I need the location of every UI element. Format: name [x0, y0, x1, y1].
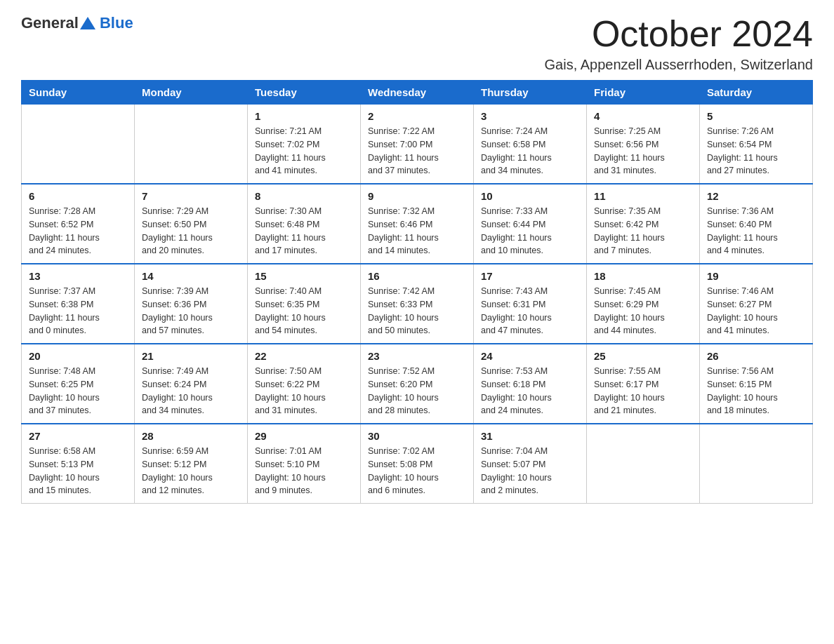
day-info: Sunrise: 7:36 AM Sunset: 6:40 PM Dayligh… — [707, 205, 805, 257]
calendar-cell: 26Sunrise: 7:56 AM Sunset: 6:15 PM Dayli… — [700, 344, 813, 424]
header-thursday: Thursday — [474, 81, 587, 105]
calendar-body: 1Sunrise: 7:21 AM Sunset: 7:02 PM Daylig… — [22, 105, 813, 504]
day-info: Sunrise: 7:48 AM Sunset: 6:25 PM Dayligh… — [29, 365, 127, 417]
header-friday: Friday — [587, 81, 700, 105]
day-number: 20 — [29, 350, 127, 362]
day-number: 15 — [255, 270, 353, 282]
calendar-cell — [22, 105, 135, 185]
calendar-cell — [700, 424, 813, 504]
day-number: 26 — [707, 350, 805, 362]
calendar-cell: 10Sunrise: 7:33 AM Sunset: 6:44 PM Dayli… — [474, 184, 587, 264]
day-info: Sunrise: 7:32 AM Sunset: 6:46 PM Dayligh… — [368, 205, 466, 257]
day-number: 14 — [142, 270, 240, 282]
day-info: Sunrise: 7:21 AM Sunset: 7:02 PM Dayligh… — [255, 125, 353, 177]
calendar-cell: 14Sunrise: 7:39 AM Sunset: 6:36 PM Dayli… — [135, 264, 248, 344]
day-number: 6 — [29, 190, 127, 202]
day-number: 23 — [368, 350, 466, 362]
day-info: Sunrise: 7:42 AM Sunset: 6:33 PM Dayligh… — [368, 285, 466, 337]
logo-blue-text: Blue — [100, 14, 133, 32]
calendar-table: SundayMondayTuesdayWednesdayThursdayFrid… — [21, 80, 813, 504]
day-info: Sunrise: 7:02 AM Sunset: 5:08 PM Dayligh… — [368, 445, 466, 497]
day-info: Sunrise: 7:33 AM Sunset: 6:44 PM Dayligh… — [481, 205, 579, 257]
header-monday: Monday — [135, 81, 248, 105]
day-number: 12 — [707, 190, 805, 202]
calendar-cell: 3Sunrise: 7:24 AM Sunset: 6:58 PM Daylig… — [474, 105, 587, 185]
day-info: Sunrise: 7:01 AM Sunset: 5:10 PM Dayligh… — [255, 445, 353, 497]
day-info: Sunrise: 7:45 AM Sunset: 6:29 PM Dayligh… — [594, 285, 692, 337]
week-row-4: 27Sunrise: 6:58 AM Sunset: 5:13 PM Dayli… — [22, 424, 813, 504]
calendar-cell: 5Sunrise: 7:26 AM Sunset: 6:54 PM Daylig… — [700, 105, 813, 185]
week-row-1: 6Sunrise: 7:28 AM Sunset: 6:52 PM Daylig… — [22, 184, 813, 264]
day-info: Sunrise: 7:28 AM Sunset: 6:52 PM Dayligh… — [29, 205, 127, 257]
day-number: 19 — [707, 270, 805, 282]
calendar-cell — [587, 424, 700, 504]
calendar-cell: 1Sunrise: 7:21 AM Sunset: 7:02 PM Daylig… — [248, 105, 361, 185]
day-number: 30 — [368, 430, 466, 442]
calendar-cell: 7Sunrise: 7:29 AM Sunset: 6:50 PM Daylig… — [135, 184, 248, 264]
day-info: Sunrise: 7:40 AM Sunset: 6:35 PM Dayligh… — [255, 285, 353, 337]
day-number: 8 — [255, 190, 353, 202]
calendar-cell: 9Sunrise: 7:32 AM Sunset: 6:46 PM Daylig… — [361, 184, 474, 264]
calendar-cell: 25Sunrise: 7:55 AM Sunset: 6:17 PM Dayli… — [587, 344, 700, 424]
calendar-cell: 18Sunrise: 7:45 AM Sunset: 6:29 PM Dayli… — [587, 264, 700, 344]
calendar-cell: 24Sunrise: 7:53 AM Sunset: 6:18 PM Dayli… — [474, 344, 587, 424]
day-info: Sunrise: 7:56 AM Sunset: 6:15 PM Dayligh… — [707, 365, 805, 417]
logo-triangle-icon — [80, 15, 95, 31]
day-info: Sunrise: 7:49 AM Sunset: 6:24 PM Dayligh… — [142, 365, 240, 417]
day-info: Sunrise: 7:46 AM Sunset: 6:27 PM Dayligh… — [707, 285, 805, 337]
day-number: 21 — [142, 350, 240, 362]
calendar-cell: 2Sunrise: 7:22 AM Sunset: 7:00 PM Daylig… — [361, 105, 474, 185]
day-number: 28 — [142, 430, 240, 442]
svg-marker-0 — [80, 17, 95, 29]
day-info: Sunrise: 7:25 AM Sunset: 6:56 PM Dayligh… — [594, 125, 692, 177]
calendar-cell: 19Sunrise: 7:46 AM Sunset: 6:27 PM Dayli… — [700, 264, 813, 344]
week-row-0: 1Sunrise: 7:21 AM Sunset: 7:02 PM Daylig… — [22, 105, 813, 185]
day-info: Sunrise: 7:43 AM Sunset: 6:31 PM Dayligh… — [481, 285, 579, 337]
header-tuesday: Tuesday — [248, 81, 361, 105]
day-info: Sunrise: 6:59 AM Sunset: 5:12 PM Dayligh… — [142, 445, 240, 497]
logo: General Blue — [21, 14, 133, 32]
day-number: 5 — [707, 110, 805, 122]
week-row-2: 13Sunrise: 7:37 AM Sunset: 6:38 PM Dayli… — [22, 264, 813, 344]
day-info: Sunrise: 7:50 AM Sunset: 6:22 PM Dayligh… — [255, 365, 353, 417]
day-info: Sunrise: 7:26 AM Sunset: 6:54 PM Dayligh… — [707, 125, 805, 177]
header-wednesday: Wednesday — [361, 81, 474, 105]
day-info: Sunrise: 7:22 AM Sunset: 7:00 PM Dayligh… — [368, 125, 466, 177]
header-sunday: Sunday — [22, 81, 135, 105]
day-number: 13 — [29, 270, 127, 282]
day-number: 2 — [368, 110, 466, 122]
day-number: 3 — [481, 110, 579, 122]
calendar-cell: 16Sunrise: 7:42 AM Sunset: 6:33 PM Dayli… — [361, 264, 474, 344]
header-saturday: Saturday — [700, 81, 813, 105]
day-number: 22 — [255, 350, 353, 362]
day-number: 17 — [481, 270, 579, 282]
calendar-cell: 29Sunrise: 7:01 AM Sunset: 5:10 PM Dayli… — [248, 424, 361, 504]
day-number: 9 — [368, 190, 466, 202]
calendar-cell: 23Sunrise: 7:52 AM Sunset: 6:20 PM Dayli… — [361, 344, 474, 424]
day-number: 27 — [29, 430, 127, 442]
day-number: 24 — [481, 350, 579, 362]
calendar-cell: 20Sunrise: 7:48 AM Sunset: 6:25 PM Dayli… — [22, 344, 135, 424]
day-number: 31 — [481, 430, 579, 442]
day-number: 18 — [594, 270, 692, 282]
calendar-cell: 8Sunrise: 7:30 AM Sunset: 6:48 PM Daylig… — [248, 184, 361, 264]
calendar-cell: 28Sunrise: 6:59 AM Sunset: 5:12 PM Dayli… — [135, 424, 248, 504]
day-number: 29 — [255, 430, 353, 442]
day-info: Sunrise: 7:35 AM Sunset: 6:42 PM Dayligh… — [594, 205, 692, 257]
calendar-cell: 27Sunrise: 6:58 AM Sunset: 5:13 PM Dayli… — [22, 424, 135, 504]
calendar-cell: 17Sunrise: 7:43 AM Sunset: 6:31 PM Dayli… — [474, 264, 587, 344]
day-number: 1 — [255, 110, 353, 122]
calendar-header: SundayMondayTuesdayWednesdayThursdayFrid… — [22, 81, 813, 105]
calendar-cell: 22Sunrise: 7:50 AM Sunset: 6:22 PM Dayli… — [248, 344, 361, 424]
calendar-cell: 11Sunrise: 7:35 AM Sunset: 6:42 PM Dayli… — [587, 184, 700, 264]
calendar-cell: 6Sunrise: 7:28 AM Sunset: 6:52 PM Daylig… — [22, 184, 135, 264]
day-info: Sunrise: 7:39 AM Sunset: 6:36 PM Dayligh… — [142, 285, 240, 337]
day-number: 11 — [594, 190, 692, 202]
day-info: Sunrise: 7:04 AM Sunset: 5:07 PM Dayligh… — [481, 445, 579, 497]
day-number: 7 — [142, 190, 240, 202]
day-info: Sunrise: 6:58 AM Sunset: 5:13 PM Dayligh… — [29, 445, 127, 497]
day-number: 4 — [594, 110, 692, 122]
day-info: Sunrise: 7:30 AM Sunset: 6:48 PM Dayligh… — [255, 205, 353, 257]
page-header: General Blue October 2024 Gais, Appenzel… — [21, 14, 813, 73]
location-subtitle: Gais, Appenzell Ausserrhoden, Switzerlan… — [545, 57, 813, 73]
